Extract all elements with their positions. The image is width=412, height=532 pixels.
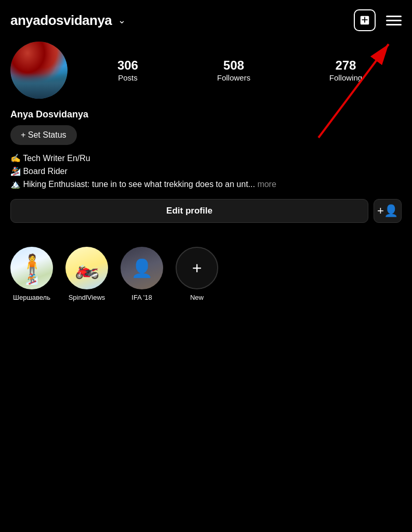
set-status-button[interactable]: + Set Status <box>10 125 77 145</box>
highlight-thumbnail-3: 👤 <box>121 247 163 289</box>
following-stat[interactable]: 278 Following <box>329 58 362 82</box>
highlight-item[interactable]: 🏍️ SpindlViews <box>65 247 108 301</box>
add-friend-button[interactable]: +👤 <box>374 199 402 223</box>
followers-count: 508 <box>223 58 244 73</box>
menu-line-3 <box>386 24 402 25</box>
following-count: 278 <box>335 58 356 73</box>
highlight-item[interactable]: 🧍 Шершавель <box>10 247 53 301</box>
followers-stat[interactable]: 508 Followers <box>217 58 250 82</box>
posts-count: 306 <box>117 58 138 73</box>
highlight-new-label: New <box>190 294 204 301</box>
highlight-label-3: IFA '18 <box>131 294 152 301</box>
highlight-new-circle: + <box>176 247 218 289</box>
highlight-thumbnail-2: 🏍️ <box>65 247 108 289</box>
menu-line-2 <box>386 20 402 21</box>
username-label[interactable]: anyadosvidanya <box>10 12 112 29</box>
highlight-label-2: SpindlViews <box>69 294 105 301</box>
header-right <box>354 9 402 31</box>
highlight-circle-2: 🏍️ <box>65 247 108 289</box>
new-plus-icon: + <box>192 260 202 276</box>
posts-label: Posts <box>118 73 138 82</box>
app-header: anyadosvidanya ⌄ <box>0 0 412 37</box>
bio-section: ✍️ Tech Writer En/Ru 🏂 Board Rider 🏔️ Hi… <box>10 152 402 191</box>
highlight-label-1: Шершавель <box>13 294 50 301</box>
highlight-circle-1: 🧍 <box>10 247 53 289</box>
highlight-thumbnail-1: 🧍 <box>10 247 53 289</box>
menu-line-1 <box>386 16 402 17</box>
header-left: anyadosvidanya ⌄ <box>10 12 126 29</box>
action-row: Edit profile +👤 <box>10 199 402 223</box>
highlights-row: 🧍 Шершавель 🏍️ SpindlViews 👤 IFA '18 <box>0 242 412 301</box>
add-friend-icon: +👤 <box>377 204 398 218</box>
menu-button[interactable] <box>386 16 402 25</box>
posts-stat[interactable]: 306 Posts <box>117 58 138 82</box>
bio-line-3: 🏔️ Hiking Enthusiast: tune in to see wha… <box>10 178 402 191</box>
display-name: Anya Dosvidanya <box>10 109 402 120</box>
avatar-image <box>10 42 68 99</box>
bio-more-link[interactable]: more <box>257 180 276 189</box>
highlight-circle-3: 👤 <box>121 247 163 289</box>
add-post-button[interactable] <box>354 9 376 31</box>
bio-line-2: 🏂 Board Rider <box>10 165 402 178</box>
profile-top-row: 306 Posts 508 Followers 278 Following <box>10 42 402 99</box>
avatar[interactable] <box>10 42 68 99</box>
following-label: Following <box>329 73 362 82</box>
plus-square-icon <box>359 15 370 26</box>
highlight-new-item[interactable]: + New <box>176 247 218 301</box>
bio-line-1: ✍️ Tech Writer En/Ru <box>10 152 402 165</box>
profile-section: 306 Posts 508 Followers 278 Following An… <box>0 37 412 242</box>
chevron-down-icon[interactable]: ⌄ <box>118 15 126 26</box>
stats-row: 306 Posts 508 Followers 278 Following <box>78 58 402 82</box>
edit-profile-button[interactable]: Edit profile <box>10 199 368 223</box>
followers-label: Followers <box>217 73 250 82</box>
highlight-item[interactable]: 👤 IFA '18 <box>121 247 163 301</box>
